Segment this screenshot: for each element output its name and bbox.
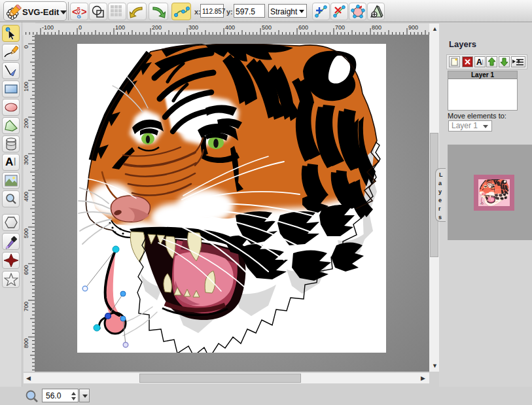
svg-text:500: 500 (262, 24, 272, 31)
svg-text:>: > (81, 6, 86, 17)
svg-text:400: 400 (24, 192, 29, 202)
svg-text:600: 600 (24, 265, 29, 275)
svg-text:I: I (482, 58, 484, 66)
svg-text:800: 800 (372, 24, 381, 31)
svg-text:500: 500 (24, 228, 29, 238)
svg-text:900: 900 (408, 24, 418, 31)
svg-text:700: 700 (24, 302, 29, 311)
svg-text:100: 100 (24, 82, 29, 92)
svg-text:300: 300 (24, 155, 29, 165)
svg-text:100: 100 (115, 24, 125, 31)
svg-text:400: 400 (225, 24, 235, 31)
svg-text:800: 800 (24, 338, 29, 348)
svg-text:700: 700 (335, 24, 345, 31)
svg-text:0: 0 (24, 45, 29, 48)
svg-text:G: G (77, 14, 81, 19)
svg-text:0: 0 (79, 24, 82, 31)
svg-text:200: 200 (152, 24, 162, 31)
svg-text:200: 200 (24, 118, 29, 128)
svg-text:600: 600 (298, 24, 308, 31)
svg-text:-100: -100 (42, 24, 54, 31)
svg-text:300: 300 (188, 24, 198, 31)
